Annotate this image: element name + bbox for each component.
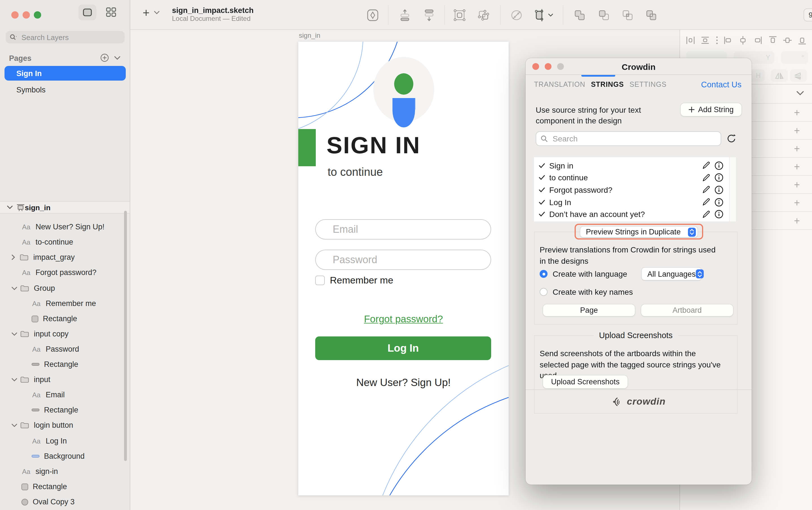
send-backward-icon[interactable] xyxy=(424,9,435,22)
artboard-button[interactable]: Artboard xyxy=(641,304,733,316)
crowdin-search-field[interactable] xyxy=(536,131,721,146)
sidebar-scrollbar[interactable] xyxy=(124,211,127,461)
zoom-level-dropdown[interactable]: 90% xyxy=(804,8,812,22)
grid-view-toggle[interactable] xyxy=(103,4,120,20)
symbols-tool-icon[interactable] xyxy=(367,9,379,22)
upload-screenshots-button[interactable]: Upload Screenshots xyxy=(543,375,628,388)
align-top-icon[interactable] xyxy=(768,35,777,45)
preview-strings-dropdown[interactable]: Preview Strings in Duplicate xyxy=(580,227,698,237)
page-button[interactable]: Page xyxy=(543,304,635,316)
layer-row[interactable]: Rectangle xyxy=(0,357,123,372)
sign-in-artboard[interactable]: SIGN IN to continue Remember me Forgot p… xyxy=(298,42,509,496)
sidebar-page-sign-in[interactable]: Sign In xyxy=(4,66,126,81)
chevron-down-icon[interactable] xyxy=(11,286,18,291)
add-style-button[interactable]: + xyxy=(794,197,800,209)
edit-pencil-icon[interactable] xyxy=(702,174,710,182)
more-options-icon[interactable] xyxy=(715,35,718,45)
artboard-title[interactable]: sign_in xyxy=(299,32,320,39)
align-center-horizontal-icon[interactable] xyxy=(738,35,748,45)
edit-pencil-icon[interactable] xyxy=(702,210,710,218)
align-middle-vertical-icon[interactable] xyxy=(783,35,792,45)
contact-us-link[interactable]: Contact Us xyxy=(701,80,742,89)
bring-forward-icon[interactable] xyxy=(399,9,410,22)
forgot-password-link[interactable]: Forgot password? xyxy=(298,313,509,325)
add-string-button[interactable]: Add String xyxy=(680,103,742,116)
info-icon[interactable] xyxy=(715,210,723,219)
boolean-difference-icon[interactable] xyxy=(645,9,658,22)
layer-row[interactable]: input xyxy=(0,372,123,387)
language-dropdown[interactable]: All Languages xyxy=(642,268,701,280)
tab-strings[interactable]: STRINGS xyxy=(591,78,624,91)
layer-row[interactable]: Oval Copy 3 xyxy=(0,494,123,509)
boolean-subtract-icon[interactable] xyxy=(598,9,610,22)
tab-settings[interactable]: SETTINGS xyxy=(630,78,667,91)
layer-row[interactable]: impact_gray xyxy=(0,250,123,265)
edit-pencil-icon[interactable] xyxy=(702,198,710,206)
chevron-down-icon[interactable] xyxy=(11,377,18,382)
layer-row[interactable]: Background xyxy=(0,449,123,464)
ungroup-icon[interactable] xyxy=(477,9,490,22)
remember-me-checkbox[interactable] xyxy=(315,276,325,285)
add-style-button[interactable]: + xyxy=(794,143,800,155)
edit-pencil-icon[interactable] xyxy=(702,186,710,194)
add-style-button[interactable]: + xyxy=(794,107,800,119)
window-minimize-button[interactable] xyxy=(23,11,30,19)
refresh-icon[interactable] xyxy=(726,133,736,144)
window-zoom-button[interactable] xyxy=(34,11,41,19)
layer-row[interactable]: AaForgot password? xyxy=(0,265,123,280)
password-field[interactable] xyxy=(315,250,491,270)
string-row[interactable]: Forgot password? xyxy=(534,184,729,196)
layer-row[interactable]: input copy xyxy=(0,326,123,341)
add-style-button[interactable]: + xyxy=(794,161,800,173)
layer-row[interactable]: AaEmail xyxy=(0,387,123,402)
search-layers-field[interactable] xyxy=(6,31,125,43)
string-row[interactable]: Don’t have an account yet? xyxy=(534,208,729,220)
align-bottom-icon[interactable] xyxy=(798,35,807,45)
insert-chevron-icon[interactable] xyxy=(154,11,160,14)
create-with-language-option[interactable]: Create with language xyxy=(540,269,627,278)
info-icon[interactable] xyxy=(715,185,723,194)
layer-row[interactable]: Rectangle xyxy=(0,479,123,494)
flip-horizontal-button[interactable] xyxy=(771,69,788,82)
email-input[interactable] xyxy=(331,223,475,236)
search-layers-input[interactable] xyxy=(20,32,105,42)
info-icon[interactable] xyxy=(715,198,723,207)
align-left-icon[interactable] xyxy=(723,35,733,45)
info-icon[interactable] xyxy=(715,173,723,182)
distribute-vertically-icon[interactable] xyxy=(701,35,710,45)
string-row[interactable]: to continue xyxy=(534,172,729,184)
rotation-field[interactable]: ° xyxy=(781,51,808,64)
radio-selected-icon[interactable] xyxy=(540,270,548,278)
add-style-button[interactable]: + xyxy=(794,215,800,227)
insert-shape-tool[interactable] xyxy=(534,8,553,22)
layer-row[interactable]: Group xyxy=(0,281,123,296)
chevron-right-icon[interactable] xyxy=(11,254,15,260)
boolean-intersect-icon[interactable] xyxy=(621,9,634,22)
window-close-button[interactable] xyxy=(11,11,19,19)
boolean-union-icon[interactable] xyxy=(574,9,586,22)
align-right-icon[interactable] xyxy=(753,35,763,45)
layer-row[interactable]: AaRemember me xyxy=(0,296,123,311)
create-with-key-names-option[interactable]: Create with key names xyxy=(540,288,633,296)
section-collapse-icon[interactable] xyxy=(796,91,804,96)
add-style-button[interactable]: + xyxy=(794,125,800,137)
string-row[interactable]: Log In xyxy=(534,196,729,208)
radio-unselected-icon[interactable] xyxy=(540,288,548,296)
layer-row[interactable]: Rectangle xyxy=(0,402,123,418)
info-icon[interactable] xyxy=(715,161,723,170)
crowdin-search-input[interactable] xyxy=(551,133,698,144)
insert-plus-button[interactable]: + xyxy=(143,7,150,19)
flip-vertical-button[interactable] xyxy=(790,69,807,82)
add-style-button[interactable]: + xyxy=(794,179,800,191)
layer-row-artboard[interactable]: sign_in xyxy=(0,201,130,214)
chevron-down-icon[interactable] xyxy=(11,423,18,427)
distribute-horizontally-icon[interactable] xyxy=(686,35,695,45)
layer-row[interactable]: AaNew User? Sign Up! xyxy=(0,219,123,234)
tab-translation[interactable]: TRANSLATION xyxy=(534,78,585,91)
list-scrollbar[interactable] xyxy=(729,157,736,221)
crowdin-titlebar[interactable]: Crowdin xyxy=(526,58,752,75)
chevron-down-icon[interactable] xyxy=(11,332,18,336)
edit-pencil-icon[interactable] xyxy=(702,161,710,170)
layer-row[interactable]: AaLog In xyxy=(0,433,123,449)
group-icon[interactable] xyxy=(453,9,466,22)
